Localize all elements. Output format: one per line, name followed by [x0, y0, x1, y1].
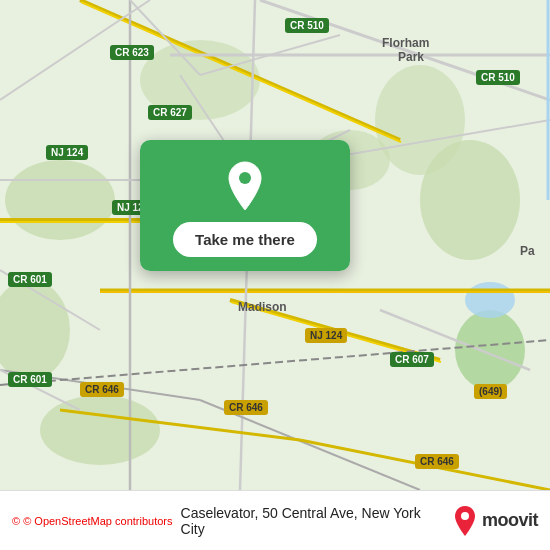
address-label: Caselevator, 50 Central Ave, New York Ci…: [181, 505, 444, 537]
road-badge-cr649: (649): [474, 384, 507, 399]
moovit-brand-text: moovit: [482, 510, 538, 531]
road-badge-nj124c: NJ 124: [305, 328, 347, 343]
location-pin-icon: [223, 160, 267, 212]
svg-point-5: [455, 310, 525, 390]
city-label-florham: Florham: [382, 36, 429, 50]
road-badge-cr646b: CR 646: [224, 400, 268, 415]
svg-point-9: [465, 282, 515, 318]
take-me-there-button[interactable]: Take me there: [173, 222, 317, 257]
popup-card: Take me there: [140, 140, 350, 271]
moovit-logo: moovit: [452, 505, 538, 537]
road-badge-cr623: CR 623: [110, 45, 154, 60]
moovit-pin-icon: [452, 505, 478, 537]
road-badge-cr627: CR 627: [148, 105, 192, 120]
city-label-madison: Madison: [238, 300, 287, 314]
bottom-bar: © © OpenStreetMap contributors Caselevat…: [0, 490, 550, 550]
road-badge-nj124a: NJ 124: [46, 145, 88, 160]
osm-attribution: © © OpenStreetMap contributors: [12, 515, 173, 527]
road-badge-cr646a: CR 646: [80, 382, 124, 397]
road-badge-cr646c: CR 646: [415, 454, 459, 469]
city-label-pa: Pa: [520, 244, 535, 258]
osm-text: © OpenStreetMap contributors: [23, 515, 172, 527]
road-badge-cr601b: CR 601: [8, 372, 52, 387]
copyright-symbol: ©: [12, 515, 20, 527]
popup-green-area: Take me there: [140, 140, 350, 271]
city-label-park: Park: [398, 50, 424, 64]
road-badge-cr510b: CR 510: [476, 70, 520, 85]
svg-point-1: [5, 160, 115, 240]
map-container: CR 623 CR 510 CR 510 CR 627 NJ 124 NJ 12…: [0, 0, 550, 490]
svg-point-3: [40, 395, 160, 465]
road-badge-cr607: CR 607: [390, 352, 434, 367]
svg-point-38: [239, 172, 251, 184]
road-badge-cr510a: CR 510: [285, 18, 329, 33]
road-badge-cr601a: CR 601: [8, 272, 52, 287]
svg-point-39: [461, 512, 469, 520]
